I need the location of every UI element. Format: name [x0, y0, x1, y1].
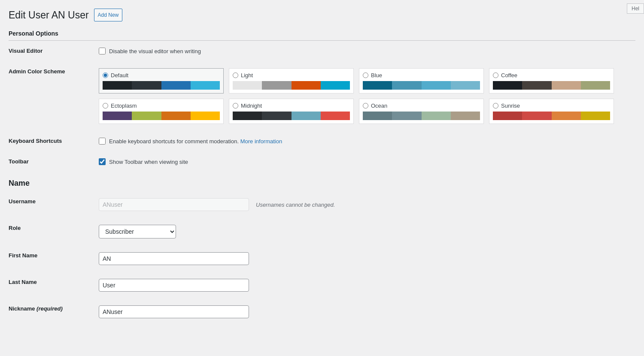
keyboard-shortcuts-field: Enable keyboard shortcuts for comment mo… [94, 131, 635, 151]
color-scheme-ocean[interactable]: Ocean [359, 99, 484, 124]
color-swatches-light [233, 81, 350, 90]
role-select[interactable]: SubscriberContributorAuthorEditorAdminis… [99, 225, 176, 238]
color-scheme-ectoplasm[interactable]: Ectoplasm [99, 99, 224, 124]
color-scheme-default[interactable]: Default [99, 68, 224, 94]
toolbar-checkbox[interactable] [99, 158, 106, 165]
toolbar-label: Toolbar [9, 151, 94, 172]
color-scheme-radio-midnight[interactable] [233, 103, 238, 109]
role-row: Role SubscriberContributorAuthorEditorAd… [9, 218, 635, 245]
visual-editor-checkbox-row: Disable the visual editor when writing [99, 48, 631, 54]
swatch [422, 112, 451, 120]
toolbar-field: Show Toolbar when viewing site [94, 151, 635, 172]
visual-editor-field: Disable the visual editor when writing [94, 41, 635, 61]
swatch [191, 112, 220, 120]
visual-editor-checkbox[interactable] [99, 48, 106, 54]
color-scheme-name-midnight: Midnight [241, 103, 262, 109]
username-label: Username [9, 191, 94, 218]
color-scheme-radio-ocean[interactable] [363, 103, 368, 109]
nickname-required: (required) [36, 305, 63, 312]
first-name-input[interactable] [99, 252, 249, 265]
color-scheme-name-light: Light [241, 72, 253, 78]
swatch [363, 81, 392, 90]
add-new-button[interactable]: Add New [94, 9, 123, 21]
username-input [99, 198, 249, 211]
color-scheme-radio-ectoplasm[interactable] [103, 103, 108, 109]
toolbar-row: Toolbar Show Toolbar when viewing site [9, 151, 635, 172]
swatch [132, 112, 161, 120]
color-scheme-name-coffee: Coffee [501, 72, 517, 78]
swatch [451, 81, 480, 90]
visual-editor-checkbox-label: Disable the visual editor when writing [109, 48, 201, 54]
keyboard-shortcuts-more-info-link[interactable]: More information [240, 138, 283, 145]
first-name-label: First Name [9, 245, 94, 272]
nickname-row: Nickname (required) [9, 299, 635, 325]
color-swatches-blue [363, 81, 480, 90]
swatch [233, 112, 262, 120]
last-name-input[interactable] [99, 279, 249, 292]
color-scheme-label-sunrise: Sunrise [493, 103, 610, 109]
first-name-field [94, 245, 635, 272]
last-name-label: Last Name [9, 272, 94, 299]
swatch [321, 112, 350, 120]
page-wrapper: Hel Edit User AN User Add New Personal O… [0, 0, 644, 334]
color-scheme-label-midnight: Midnight [233, 103, 350, 109]
color-scheme-grid: DefaultLightBlueCoffeeEctoplasmMidnightO… [99, 68, 614, 124]
swatch [191, 81, 220, 90]
color-scheme-label-coffee: Coffee [493, 72, 610, 78]
color-scheme-radio-blue[interactable] [363, 72, 368, 78]
color-scheme-radio-light[interactable] [233, 72, 238, 78]
color-scheme-light[interactable]: Light [229, 68, 354, 94]
color-scheme-radio-default[interactable] [103, 72, 108, 78]
color-scheme-label-light: Light [233, 72, 350, 78]
visual-editor-row: Visual Editor Disable the visual editor … [9, 41, 635, 61]
help-button[interactable]: Hel [627, 3, 644, 14]
keyboard-shortcuts-checkbox-row: Enable keyboard shortcuts for comment mo… [99, 138, 631, 145]
nickname-field [94, 299, 635, 325]
color-scheme-coffee[interactable]: Coffee [489, 68, 614, 94]
toolbar-checkbox-label: Show Toolbar when viewing site [109, 159, 188, 165]
name-section-heading: Name [9, 179, 635, 188]
swatch [451, 112, 480, 120]
color-scheme-blue[interactable]: Blue [359, 68, 484, 94]
color-scheme-name-blue: Blue [371, 72, 382, 78]
swatch [161, 81, 191, 90]
swatch [363, 112, 392, 120]
personal-options-table: Visual Editor Disable the visual editor … [9, 41, 635, 172]
last-name-row: Last Name [9, 272, 635, 299]
color-swatches-ectoplasm [103, 112, 220, 120]
keyboard-shortcuts-checkbox[interactable] [99, 138, 106, 145]
color-scheme-radio-coffee[interactable] [493, 72, 498, 78]
color-scheme-label-ocean: Ocean [363, 103, 480, 109]
swatch [422, 81, 451, 90]
swatch [581, 112, 610, 120]
swatch [103, 112, 132, 120]
swatch [552, 81, 581, 90]
color-scheme-label-default: Default [103, 72, 220, 78]
keyboard-shortcuts-row: Keyboard Shortcuts Enable keyboard short… [9, 131, 635, 151]
swatch [522, 81, 551, 90]
page-header: Edit User AN User Add New [9, 9, 635, 21]
color-swatches-midnight [233, 112, 350, 120]
color-swatches-default [103, 81, 220, 90]
color-scheme-radio-sunrise[interactable] [493, 103, 498, 109]
swatch [493, 81, 522, 90]
color-scheme-name-ectoplasm: Ectoplasm [111, 103, 137, 109]
username-input-row: Usernames cannot be changed. [99, 198, 631, 211]
swatch [132, 81, 161, 90]
color-scheme-name-ocean: Ocean [371, 103, 387, 109]
color-scheme-label: Admin Color Scheme [9, 61, 94, 131]
swatch [292, 81, 321, 90]
role-field: SubscriberContributorAuthorEditorAdminis… [94, 218, 635, 245]
nickname-input[interactable] [99, 305, 249, 318]
last-name-field [94, 272, 635, 299]
color-scheme-name-default: Default [111, 72, 128, 78]
swatch [103, 81, 132, 90]
color-scheme-sunrise[interactable]: Sunrise [489, 99, 614, 124]
username-field: Usernames cannot be changed. [94, 191, 635, 218]
personal-options-heading: Personal Options [9, 30, 635, 41]
swatch [581, 81, 610, 90]
color-scheme-label-blue: Blue [363, 72, 480, 78]
color-scheme-row: Admin Color Scheme DefaultLightBlueCoffe… [9, 61, 635, 131]
color-scheme-midnight[interactable]: Midnight [229, 99, 354, 124]
page-title: Edit User AN User [9, 9, 89, 21]
